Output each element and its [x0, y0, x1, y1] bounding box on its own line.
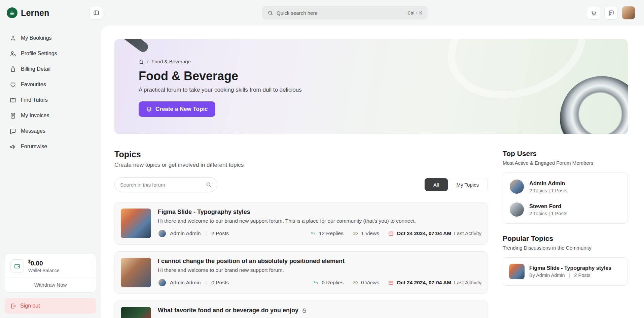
user-avatar: [509, 202, 525, 217]
cart-button[interactable]: [587, 6, 600, 20]
topic-card[interactable]: Figma Slide - Typography styles Hi there…: [114, 202, 488, 245]
wallet-card: $0.00 Wallet Balance Withdraw Now: [5, 254, 96, 292]
popular-topic-row[interactable]: Figma Slide - Typography styles By Admin…: [509, 264, 621, 279]
topic-body: What favorite food and or beverage do yo…: [158, 307, 481, 318]
reply-icon: [313, 280, 319, 286]
main-content: / Food & Beverage Food & Beverage A prac…: [101, 26, 644, 318]
page-subtitle: A practical forum to take your cooking s…: [139, 87, 628, 93]
forum-hero-banner: / Food & Beverage Food & Beverage A prac…: [114, 39, 628, 134]
author-name: Admin Admin: [170, 280, 201, 286]
topics-column: Topics Create new topics or get involved…: [114, 150, 488, 318]
topic-title[interactable]: I cannot change the position of an absol…: [158, 258, 345, 265]
popular-topics-card: Figma Slide - Typography styles By Admin…: [503, 257, 628, 286]
chrome-ring-decoration: [560, 76, 628, 134]
separator: |: [569, 273, 570, 278]
topic-thumbnail: [121, 258, 151, 287]
topic-card[interactable]: What favorite food and or beverage do yo…: [114, 300, 488, 318]
sidebar-item-my-bookings[interactable]: My Bookings: [6, 30, 95, 46]
message-icon: [9, 128, 16, 135]
activity-suffix: Last Activity: [454, 280, 481, 286]
brand-logo[interactable]: ☕ Lernen: [7, 7, 49, 18]
open-book-icon: [9, 97, 16, 104]
create-topic-button[interactable]: Create a New Topic: [139, 101, 215, 117]
layers-icon: [146, 106, 152, 112]
popular-topic-byline: By Admin Admin | 2 Posts: [529, 273, 611, 278]
global-search[interactable]: Ctrl + K: [262, 6, 428, 20]
views-count: 0 Views: [361, 280, 379, 286]
topic-body: Figma Slide - Typography styles Hi there…: [158, 209, 481, 238]
user-avatar[interactable]: [622, 6, 635, 20]
top-users-subheading: Most Active & Engaged Forum Members: [503, 160, 628, 166]
pen-decoration: [114, 39, 150, 54]
eye-icon: [352, 230, 358, 236]
sidebar-item-my-invoices[interactable]: My Invoices: [6, 108, 95, 123]
forum-search[interactable]: [114, 177, 217, 192]
sidebar-item-forumwise[interactable]: Forumwise: [6, 139, 95, 154]
topic-author: Admin Admin: [158, 278, 201, 287]
sidebar-item-label: Forumwise: [21, 144, 47, 150]
popular-topic-posts: 2 Posts: [574, 273, 590, 278]
wallet-summary: $0.00 Wallet Balance: [5, 254, 96, 278]
top-user-row[interactable]: Admin Admin 2 Topics | 1 Posts: [509, 179, 621, 194]
activity-date: Oct 24 2024, 07:04 AM: [397, 230, 451, 236]
user-stats: 2 Topics | 1 Posts: [529, 188, 567, 193]
popular-topics-subheading: Trending Discussions in the Community: [503, 245, 628, 251]
right-panel: Top Users Most Active & Engaged Forum Me…: [503, 150, 628, 318]
topic-stats: 12 Replies 1 Views: [310, 230, 481, 236]
tab-my-topics[interactable]: My Topics: [448, 178, 488, 191]
forum-search-input[interactable]: [120, 182, 202, 188]
heart-icon: [9, 81, 16, 88]
topic-posts: 2 Posts: [211, 230, 229, 236]
signout-button[interactable]: Sign out: [5, 298, 96, 314]
brand-logo-icon: ☕: [7, 7, 17, 18]
views-stat: 0 Views: [352, 280, 379, 286]
topic-title[interactable]: Figma Slide - Typography styles: [158, 209, 250, 216]
search-icon: [206, 182, 212, 188]
topic-title[interactable]: What favorite food and or beverage do yo…: [158, 307, 298, 314]
user-info: Admin Admin 2 Topics | 1 Posts: [529, 180, 567, 193]
topic-stats: 0 Replies 0 Views: [313, 280, 481, 286]
global-search-input[interactable]: [277, 10, 404, 16]
sidebar-item-label: My Invoices: [21, 113, 49, 119]
author-name: Admin Admin: [170, 230, 201, 236]
topic-card[interactable]: I cannot change the position of an absol…: [114, 251, 488, 294]
sidebar-item-label: Find Tutors: [21, 97, 48, 103]
content-columns: Topics Create new topics or get involved…: [114, 150, 628, 318]
messages-button[interactable]: [604, 6, 618, 20]
popular-topic-title: Figma Slide - Typography styles: [529, 265, 611, 271]
user-info: Steven Ford 2 Topics | 1 Posts: [529, 203, 567, 216]
topic-excerpt: Hi there and welcome to our brand new su…: [158, 218, 481, 224]
sidebar-item-favourites[interactable]: Favourites: [6, 77, 95, 92]
replies-count: 12 Replies: [319, 230, 344, 236]
sidebar-item-label: My Bookings: [21, 35, 52, 41]
sidebar-item-profile-settings[interactable]: Profile Settings: [6, 46, 95, 61]
topic-meta: Admin Admin | 0 Posts 0 Replies: [158, 278, 481, 287]
profile-settings-icon: [9, 50, 16, 57]
separator: |: [205, 280, 207, 286]
topic-thumbnail: [121, 307, 151, 318]
topics-subheading: Create new topics or get involved in dif…: [114, 162, 488, 168]
last-activity: Oct 24 2024, 07:04 AM Last Activity: [388, 280, 481, 286]
wallet-texts: $0.00 Wallet Balance: [28, 259, 60, 273]
tab-all[interactable]: All: [425, 178, 448, 191]
topics-heading: Topics: [114, 150, 488, 159]
sidebar-item-messages[interactable]: Messages: [6, 123, 95, 139]
activity-suffix: Last Activity: [454, 230, 481, 236]
topic-posts: 0 Posts: [211, 280, 229, 286]
withdraw-button[interactable]: Withdraw Now: [5, 278, 96, 292]
topbar-left: ☕ Lernen: [7, 6, 103, 20]
home-icon[interactable]: [139, 59, 144, 64]
sidebar-item-billing-detail[interactable]: Billing Detail: [6, 61, 95, 77]
sidebar-item-label: Billing Detail: [21, 66, 50, 72]
topic-body: I cannot change the position of an absol…: [158, 258, 481, 287]
sidebar-toggle-button[interactable]: [90, 6, 103, 20]
sidebar-item-find-tutors[interactable]: Find Tutors: [6, 92, 95, 108]
top-user-row[interactable]: Steven Ford 2 Topics | 1 Posts: [509, 202, 621, 217]
calendar-icon: [388, 280, 394, 286]
lock-icon: [301, 308, 307, 313]
reply-icon: [310, 230, 316, 236]
popular-topics-heading: Popular Topics: [503, 234, 628, 243]
sidebar-item-label: Favourites: [21, 82, 46, 88]
replies-stat: 12 Replies: [310, 230, 344, 236]
breadcrumb-current[interactable]: Food & Beverage: [151, 59, 191, 64]
